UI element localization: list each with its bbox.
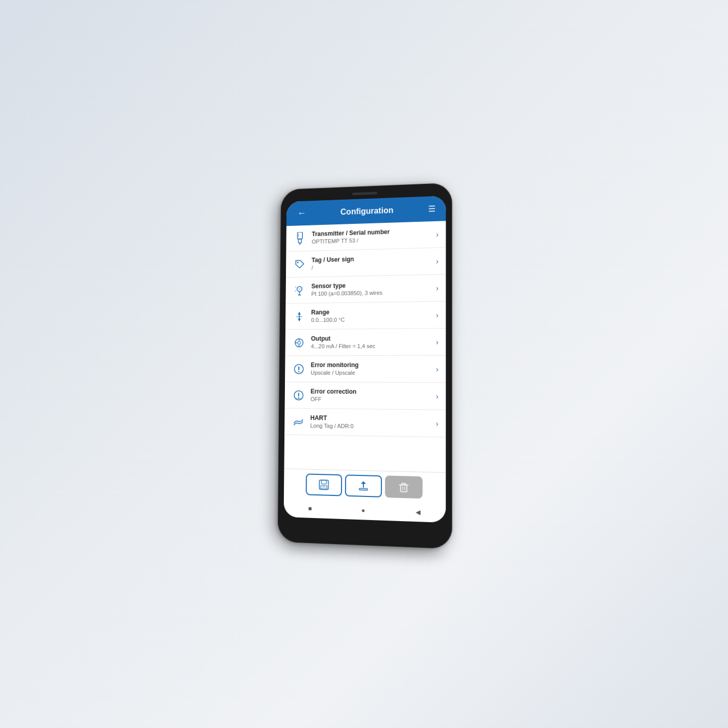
svg-rect-0 <box>297 232 302 239</box>
svg-line-11 <box>295 290 296 291</box>
list-item-tag[interactable]: Tag / User sign / › <box>286 247 446 278</box>
range-icon <box>292 309 306 323</box>
error-monitoring-icon <box>292 362 306 376</box>
list-item-hart[interactable]: HART Long Tag / ADR:0 › <box>284 409 446 438</box>
output-arrow: › <box>436 338 438 346</box>
content-list: Transmitter / Serial number OPTITEMP TT … <box>284 221 446 472</box>
phone-speaker <box>352 191 377 195</box>
svg-rect-31 <box>322 486 325 488</box>
range-subtitle: 0.0...100.0 °C <box>311 315 433 324</box>
svg-line-10 <box>295 286 296 288</box>
error-monitoring-arrow: › <box>436 365 438 373</box>
error-correction-subtitle: OFF <box>311 395 433 404</box>
svg-marker-33 <box>361 481 366 484</box>
menu-button[interactable]: ☰ <box>426 203 437 215</box>
error-correction-content: Error correction OFF <box>311 388 433 404</box>
svg-rect-35 <box>400 485 407 492</box>
sensor-subtitle: Pt 100 (a=0.003850), 3 wires <box>311 289 433 298</box>
output-subtitle: 4...20 mA / Filter = 1,4 sec <box>311 342 433 350</box>
tag-arrow: › <box>436 257 438 265</box>
phone-screen: ← Configuration ☰ <box>284 196 446 523</box>
range-arrow: › <box>436 311 438 319</box>
error-correction-title: Error correction <box>311 388 433 396</box>
output-content: Output 4...20 mA / Filter = 1,4 sec <box>311 334 433 350</box>
sensor-content: Sensor type Pt 100 (a=0.003850), 3 wires <box>311 280 433 298</box>
hart-subtitle: Long Tag / ADR:0 <box>310 422 433 431</box>
hart-icon <box>292 414 305 429</box>
range-content: Range 0.0...100.0 °C <box>311 307 433 323</box>
svg-point-23 <box>298 371 299 372</box>
list-item-error-monitoring[interactable]: Error monitoring Upscale / Upscale › <box>285 356 446 383</box>
svg-marker-14 <box>298 318 301 321</box>
transmitter-icon <box>293 231 307 245</box>
header-title: Configuration <box>309 204 426 218</box>
error-monitoring-title: Error monitoring <box>311 361 433 369</box>
bottom-bar <box>284 468 446 504</box>
tag-icon <box>293 257 306 272</box>
sensor-arrow: › <box>436 284 438 292</box>
list-item-sensor[interactable]: Sensor type Pt 100 (a=0.003850), 3 wires… <box>285 275 446 304</box>
list-item-error-correction[interactable]: Error correction OFF › <box>285 382 446 410</box>
list-item-transmitter[interactable]: Transmitter / Serial number OPTITEMP TT … <box>286 221 446 252</box>
upload-button[interactable] <box>345 474 382 497</box>
nav-square[interactable]: ■ <box>305 504 315 513</box>
output-title: Output <box>311 334 433 343</box>
svg-rect-1 <box>298 239 301 243</box>
phone-outer: ← Configuration ☰ <box>278 183 452 549</box>
phone-wrapper: ← Configuration ☰ <box>277 184 451 544</box>
sensor-icon <box>293 283 306 297</box>
error-correction-icon <box>292 388 305 403</box>
svg-marker-13 <box>298 312 301 314</box>
svg-point-5 <box>297 261 299 263</box>
svg-rect-29 <box>321 480 327 484</box>
nav-home[interactable]: ● <box>359 506 368 515</box>
save-button[interactable] <box>306 473 342 496</box>
output-icon <box>292 335 306 350</box>
error-monitoring-subtitle: Upscale / Upscale <box>311 369 433 377</box>
svg-rect-34 <box>359 488 368 490</box>
svg-point-9 <box>298 288 300 290</box>
tag-content: Tag / User sign / <box>312 254 433 272</box>
back-button[interactable]: ← <box>294 207 309 220</box>
list-item-range[interactable]: Range 0.0...100.0 °C › <box>285 301 446 330</box>
delete-button[interactable] <box>385 475 423 499</box>
nav-back[interactable]: ◀ <box>413 507 423 517</box>
transmitter-content: Transmitter / Serial number OPTITEMP TT … <box>312 227 433 245</box>
list-item-output[interactable]: Output 4...20 mA / Filter = 1,4 sec › <box>285 329 446 356</box>
error-monitoring-content: Error monitoring Upscale / Upscale <box>311 361 433 376</box>
transmitter-arrow: › <box>436 230 438 238</box>
error-correction-arrow: › <box>436 392 438 400</box>
svg-point-20 <box>298 341 301 344</box>
hart-content: HART Long Tag / ADR:0 <box>310 414 433 431</box>
hart-arrow: › <box>436 419 438 427</box>
